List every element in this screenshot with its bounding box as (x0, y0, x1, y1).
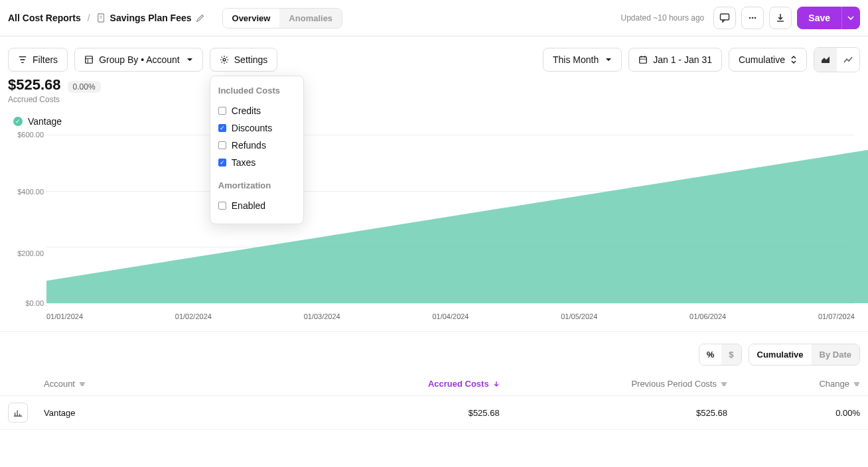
gear-icon (220, 55, 229, 64)
th-previous[interactable]: Previous Period Costs (500, 379, 727, 389)
table-row: Vantage $525.68 $525.68 0.00% (0, 396, 868, 430)
view-cumulative-button[interactable]: Cumulative (749, 344, 812, 365)
checkbox-discounts[interactable]: Discounts (218, 119, 295, 137)
cumulative-select[interactable]: Cumulative (729, 48, 807, 72)
checkbox-credits[interactable]: Credits (218, 102, 295, 119)
chart-area-button[interactable] (814, 48, 837, 72)
sort-icon (721, 381, 727, 387)
chart-type-toggle (814, 47, 860, 72)
breadcrumb-root[interactable]: All Cost Reports (8, 13, 81, 23)
refunds-label: Refunds (232, 140, 266, 151)
toolbar-left: Filters Group By • Account Settings Incl… (8, 48, 277, 72)
checkbox-enabled[interactable]: Enabled (218, 197, 295, 214)
calendar-icon (638, 55, 648, 64)
x-tick-label: 01/06/2024 (689, 312, 726, 320)
download-button[interactable] (769, 7, 792, 29)
arrow-down-icon (493, 381, 500, 387)
header-right: Updated ~10 hours ago Save (621, 7, 860, 29)
toolbar-right: This Month Jan 1 - Jan 31 Cumulative (543, 47, 860, 72)
cell-account: Vantage (44, 408, 271, 418)
view-toggle: Cumulative By Date (749, 344, 861, 366)
cell-accrued: $525.68 (271, 408, 499, 418)
date-range-button[interactable]: Jan 1 - Jan 31 (628, 48, 722, 72)
caret-down-icon (605, 56, 612, 63)
cost-table: Account Accrued Costs Previous Period Co… (0, 372, 868, 430)
group-by-label: Group By • Account (99, 54, 180, 65)
sort-icon (79, 381, 86, 387)
view-bydate-button[interactable]: By Date (812, 344, 859, 365)
group-by-button[interactable]: Group By • Account (74, 48, 203, 72)
comment-button[interactable] (713, 7, 736, 29)
layout-icon (84, 55, 94, 64)
legend: Vantage (0, 104, 868, 131)
svg-marker-15 (46, 146, 868, 303)
x-tick-label: 01/03/2024 (304, 312, 340, 320)
included-costs-title: Included Costs (218, 86, 295, 96)
th-previous-label: Previous Period Costs (631, 379, 717, 389)
checkbox-taxes[interactable]: Taxes (218, 154, 295, 171)
x-tick-label: 01/05/2024 (561, 312, 597, 320)
save-button-group: Save (797, 7, 860, 29)
area-chart-icon (820, 54, 831, 65)
amortization-title: Amortization (218, 180, 295, 190)
tabs: Overview Anomalies (222, 8, 343, 29)
toolbar: Filters Group By • Account Settings Incl… (0, 36, 868, 79)
th-change[interactable]: Change (727, 379, 860, 389)
settings-button[interactable]: Settings (210, 48, 278, 72)
updated-text: Updated ~10 hours ago (621, 13, 705, 23)
legend-dot-icon (13, 117, 23, 126)
comment-icon (719, 13, 730, 23)
filters-button[interactable]: Filters (8, 48, 68, 72)
download-icon (775, 13, 786, 23)
discounts-label: Discounts (232, 123, 272, 133)
summary-sub: Accrued Costs (0, 94, 868, 104)
svg-point-5 (752, 17, 754, 19)
y-tick-label: $0.00 (8, 299, 44, 307)
more-icon (747, 13, 758, 23)
x-axis: 01/01/2024 01/02/2024 01/03/2024 01/04/2… (46, 312, 855, 320)
taxes-label: Taxes (232, 157, 256, 168)
cell-change: 0.00% (727, 408, 860, 418)
x-tick-label: 01/04/2024 (432, 312, 469, 320)
period-select[interactable]: This Month (543, 48, 622, 72)
date-range-label: Jan 1 - Jan 31 (653, 54, 712, 65)
checkbox-icon (218, 107, 226, 115)
tab-anomalies[interactable]: Anomalies (279, 9, 342, 28)
svg-rect-3 (721, 14, 729, 20)
enabled-label: Enabled (232, 200, 265, 211)
tab-overview[interactable]: Overview (223, 9, 280, 28)
checkbox-refunds[interactable]: Refunds (218, 137, 295, 154)
chevron-down-icon (847, 15, 854, 21)
unit-pct-button[interactable]: % (699, 344, 722, 365)
x-tick-label: 01/07/2024 (818, 312, 855, 320)
svg-rect-11 (640, 57, 647, 64)
th-accrued[interactable]: Accrued Costs (271, 379, 499, 389)
pencil-icon[interactable] (196, 13, 205, 23)
breadcrumb-sep: / (88, 13, 90, 23)
cumulative-label: Cumulative (739, 54, 785, 65)
chart-line-button[interactable] (837, 48, 859, 72)
line-chart-icon (843, 54, 853, 65)
filter-icon (18, 55, 27, 64)
table-toolbar: % $ Cumulative By Date (0, 331, 868, 372)
th-accrued-label: Accrued Costs (428, 379, 489, 389)
row-chart-button[interactable] (8, 403, 28, 423)
checkbox-icon (218, 202, 226, 210)
th-change-label: Change (819, 379, 849, 389)
settings-label: Settings (234, 54, 268, 65)
header: All Cost Reports / Savings Plan Fees Ove… (0, 0, 868, 36)
save-dropdown[interactable] (841, 7, 860, 29)
th-account[interactable]: Account (44, 379, 271, 389)
unit-dollar-button[interactable]: $ (721, 344, 741, 365)
more-button[interactable] (741, 7, 764, 29)
chart-area (46, 135, 868, 303)
unit-toggle: % $ (699, 344, 742, 366)
summary: $525.68 0.00% (0, 76, 868, 94)
svg-point-10 (223, 58, 226, 61)
filters-label: Filters (33, 54, 58, 65)
y-tick-label: $400.00 (8, 188, 44, 196)
save-button[interactable]: Save (797, 7, 841, 29)
summary-pct: 0.00% (68, 81, 101, 93)
y-tick-label: $200.00 (8, 249, 44, 257)
header-left: All Cost Reports / Savings Plan Fees Ove… (8, 8, 342, 29)
